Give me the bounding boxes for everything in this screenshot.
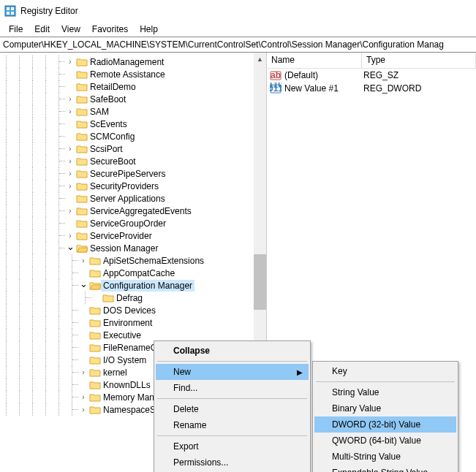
- tree-item[interactable]: ›SecurePipeServers: [0, 167, 266, 180]
- tree-item[interactable]: Environment: [0, 316, 266, 329]
- ctx-export[interactable]: Export: [156, 438, 309, 454]
- folder-icon: [76, 194, 88, 204]
- tree-item[interactable]: ›ScsiPort: [0, 142, 266, 155]
- tree-item[interactable]: ›SafeBoot: [0, 93, 266, 105]
- expander-none: [78, 268, 88, 278]
- folder-icon: [76, 144, 88, 154]
- tree-item[interactable]: ⌄Session Manager: [0, 242, 266, 254]
- folder-icon: [76, 156, 88, 167]
- chevron-right-icon[interactable]: ›: [65, 181, 75, 191]
- chevron-right-icon[interactable]: ›: [78, 405, 88, 415]
- menubar: File Edit View Favorites Help: [0, 22, 476, 37]
- menu-view[interactable]: View: [56, 23, 86, 36]
- tree-item[interactable]: RetailDemo: [0, 80, 266, 93]
- tree-item[interactable]: ScEvents: [0, 118, 266, 130]
- ctx-rename[interactable]: Rename: [156, 417, 309, 433]
- folder-icon: [76, 69, 88, 80]
- ctx-new-expandstring[interactable]: Expandable String Value: [314, 465, 456, 472]
- tree-item-label: SecurityProviders: [88, 180, 161, 192]
- scroll-up-icon[interactable]: ▲: [254, 53, 266, 65]
- ctx-new-key[interactable]: Key: [314, 363, 456, 379]
- tree-item[interactable]: ›SAM: [0, 105, 266, 118]
- chevron-right-icon[interactable]: ›: [65, 231, 75, 241]
- tree-item[interactable]: AppCompatCache: [0, 267, 266, 279]
- value-row[interactable]: 011110New Value #1REG_DWORD: [267, 82, 476, 95]
- chevron-down-icon[interactable]: ⌄: [65, 242, 75, 252]
- folder-icon: [89, 368, 101, 378]
- chevron-right-icon[interactable]: ›: [65, 107, 75, 117]
- chevron-right-icon[interactable]: ›: [78, 392, 88, 403]
- folder-icon: [76, 169, 88, 179]
- value-name: New Value #1: [284, 83, 363, 94]
- svg-rect-2: [11, 7, 14, 10]
- ctx-new-dword[interactable]: DWORD (32-bit) Value: [314, 416, 456, 433]
- tree-item[interactable]: Remote Assistance: [0, 68, 266, 80]
- tree-item-label: SCMConfig: [88, 131, 137, 142]
- tree-item-label: ScsiPort: [88, 143, 125, 155]
- tree-item[interactable]: Defrag: [0, 292, 266, 304]
- chevron-right-icon[interactable]: ›: [78, 256, 88, 266]
- chevron-right-icon[interactable]: ›: [65, 57, 75, 67]
- expander-none: [65, 218, 75, 229]
- tree-item[interactable]: ›ServiceProvider: [0, 229, 266, 242]
- ctx-find[interactable]: Find...: [156, 380, 309, 396]
- tree-item[interactable]: ›ApiSetSchemaExtensions: [0, 254, 266, 267]
- tree-item-label: Configuration Manager: [101, 280, 194, 292]
- values-header: Name Type: [267, 53, 476, 69]
- tree-item[interactable]: DOS Devices: [0, 304, 266, 316]
- ctx-new-binary[interactable]: Binary Value: [314, 400, 456, 416]
- chevron-right-icon[interactable]: ›: [65, 169, 75, 179]
- tree-item-label: SecureBoot: [88, 156, 138, 167]
- address-bar[interactable]: Computer\HKEY_LOCAL_MACHINE\SYSTEM\Curre…: [0, 37, 476, 53]
- tree-item[interactable]: ›ServiceAggregatedEvents: [0, 205, 266, 217]
- folder-icon: [89, 405, 101, 415]
- value-row[interactable]: ab(Default)REG_SZ: [267, 69, 476, 82]
- tree-item-label: SafeBoot: [88, 94, 128, 105]
- col-type[interactable]: Type: [362, 53, 476, 68]
- ctx-new-qword[interactable]: QWORD (64-bit) Value: [314, 433, 456, 449]
- chevron-right-icon[interactable]: ›: [65, 206, 75, 216]
- tree-item-label: ServiceAggregatedEvents: [88, 205, 194, 217]
- context-menu: Collapse New ▶ Find... Delete Rename Exp…: [154, 340, 311, 472]
- folder-icon: [76, 94, 88, 104]
- tree-item[interactable]: ›RadioManagement: [0, 56, 266, 68]
- ctx-new-string[interactable]: String Value: [314, 384, 456, 400]
- tree-item[interactable]: Executive: [0, 329, 266, 341]
- folder-icon: [89, 268, 101, 278]
- tree-item[interactable]: ›SecurityProviders: [0, 180, 266, 192]
- expander-none: [78, 343, 88, 353]
- folder-icon: [76, 243, 88, 254]
- tree-item[interactable]: ⌄Configuration Manager: [0, 279, 266, 292]
- tree-item[interactable]: ›SecureBoot: [0, 155, 266, 167]
- tree-item-label: Server Applications: [88, 193, 167, 205]
- address-text: Computer\HKEY_LOCAL_MACHINE\SYSTEM\Curre…: [3, 39, 444, 50]
- menu-favorites[interactable]: Favorites: [86, 23, 134, 36]
- chevron-right-icon[interactable]: ›: [65, 94, 75, 104]
- chevron-right-icon[interactable]: ›: [65, 156, 75, 167]
- ctx-collapse[interactable]: Collapse: [156, 343, 309, 359]
- folder-icon: [89, 318, 101, 328]
- ctx-delete[interactable]: Delete: [156, 401, 309, 417]
- tree-item-label: Environment: [101, 317, 154, 329]
- folder-icon: [76, 181, 88, 191]
- folder-icon: [102, 293, 114, 303]
- col-name[interactable]: Name: [267, 53, 362, 68]
- tree-item-label: SAM: [88, 106, 111, 118]
- chevron-right-icon[interactable]: ›: [65, 144, 75, 154]
- chevron-down-icon[interactable]: ⌄: [78, 279, 88, 289]
- window-title: Registry Editor: [20, 6, 78, 16]
- ctx-new-multistring[interactable]: Multi-String Value: [314, 449, 456, 465]
- tree-item[interactable]: ServiceGroupOrder: [0, 217, 266, 229]
- ctx-permissions[interactable]: Permissions...: [156, 454, 309, 471]
- tree-item[interactable]: SCMConfig: [0, 130, 266, 142]
- titlebar: Registry Editor: [0, 0, 476, 22]
- menu-edit[interactable]: Edit: [29, 23, 56, 36]
- menu-file[interactable]: File: [3, 23, 29, 36]
- tree-item[interactable]: Server Applications: [0, 192, 266, 205]
- folder-icon: [76, 206, 88, 216]
- tree-item-label: Session Manager: [88, 243, 160, 254]
- chevron-right-icon[interactable]: ›: [78, 368, 88, 378]
- expander-none: [65, 82, 75, 92]
- ctx-new[interactable]: New ▶: [156, 364, 309, 380]
- menu-help[interactable]: Help: [134, 23, 164, 36]
